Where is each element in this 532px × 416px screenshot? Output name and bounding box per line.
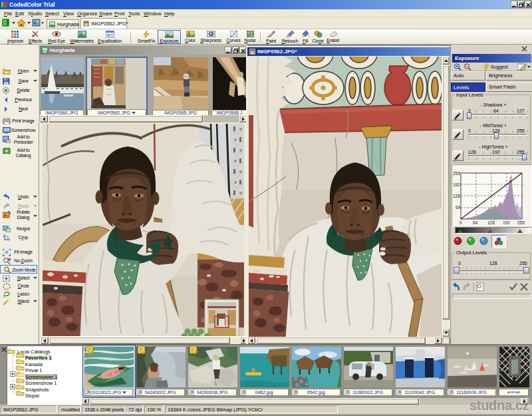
svg-text:192: 192: [503, 220, 510, 225]
svg-text:128: 128: [487, 220, 495, 225]
svg-text:255: 255: [517, 220, 525, 225]
svg-text:128: 128: [453, 194, 460, 198]
svg-text:64: 64: [473, 220, 478, 225]
svg-text:0: 0: [460, 220, 462, 225]
svg-text:255: 255: [453, 171, 460, 176]
svg-text:64: 64: [456, 205, 461, 210]
svg-text:192: 192: [453, 182, 460, 187]
